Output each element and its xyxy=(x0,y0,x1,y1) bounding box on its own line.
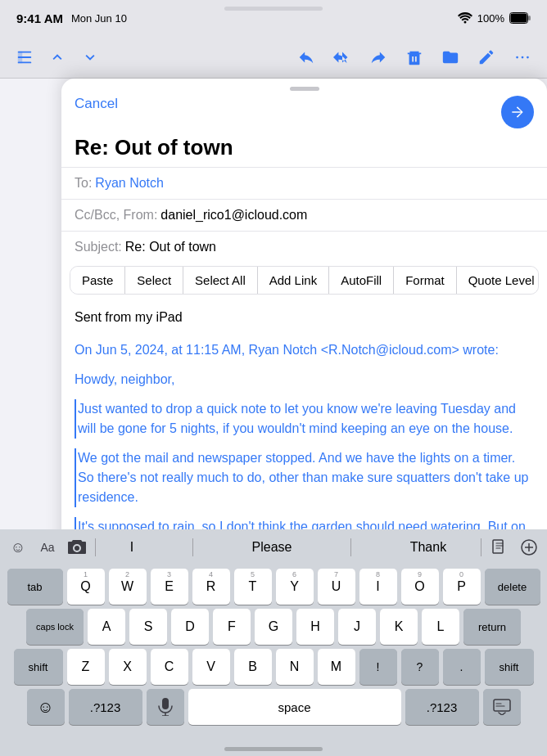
svg-rect-2 xyxy=(528,16,531,20)
main-toolbar xyxy=(0,36,547,79)
key-question[interactable]: ? xyxy=(401,649,439,685)
camera-icon[interactable] xyxy=(66,536,88,559)
key-o[interactable]: 9O xyxy=(401,569,439,605)
compose-button[interactable] xyxy=(472,43,501,72)
svg-point-7 xyxy=(516,56,518,58)
status-right: 100% xyxy=(458,12,531,25)
forward-button[interactable] xyxy=(364,43,393,72)
home-indicator-bar xyxy=(0,731,547,756)
svg-point-9 xyxy=(527,56,529,58)
wifi-icon xyxy=(458,12,472,24)
sym-key-left[interactable]: .?123 xyxy=(69,689,142,725)
svg-rect-10 xyxy=(493,540,503,553)
cancel-button[interactable]: Cancel xyxy=(75,96,118,112)
quoted-header: On Jun 5, 2024, at 11:15 AM, Ryan Notch … xyxy=(75,340,534,360)
key-l[interactable]: L xyxy=(422,609,459,645)
shift-left-key[interactable]: shift xyxy=(14,649,63,685)
keyboard-row-4: ☺ .?123 space .?123 xyxy=(3,689,544,725)
tab-key[interactable]: tab xyxy=(7,569,63,605)
return-key[interactable]: return xyxy=(463,609,521,645)
predictive-word-3[interactable]: Thank xyxy=(400,537,456,558)
subject-value[interactable]: Re: Out of town xyxy=(125,240,216,254)
emoji-keyboard-icon[interactable]: ☺ xyxy=(7,536,29,559)
key-period[interactable]: . xyxy=(443,649,481,685)
reply-button[interactable] xyxy=(292,43,321,72)
paste-button[interactable]: Paste xyxy=(70,267,125,294)
sidebar-toggle-button[interactable] xyxy=(10,43,39,72)
key-g[interactable]: G xyxy=(255,609,292,645)
key-v[interactable]: V xyxy=(192,649,230,685)
key-z[interactable]: Z xyxy=(67,649,105,685)
subject-label: Subject: xyxy=(75,240,122,254)
previous-button[interactable] xyxy=(43,43,72,72)
key-t[interactable]: 5T xyxy=(234,569,272,605)
key-s[interactable]: S xyxy=(129,609,167,645)
keyboard-dismiss-key[interactable] xyxy=(483,689,521,725)
shift-right-key[interactable]: shift xyxy=(485,649,534,685)
key-a[interactable]: A xyxy=(88,609,125,645)
format-button[interactable]: Format xyxy=(394,267,457,294)
select-all-button[interactable]: Select All xyxy=(183,267,258,294)
key-exclaim[interactable]: ! xyxy=(359,649,397,685)
sym-key-right[interactable]: .?123 xyxy=(405,689,479,725)
delete-key[interactable]: delete xyxy=(485,569,540,605)
next-button[interactable] xyxy=(75,43,105,72)
emoji-key[interactable]: ☺ xyxy=(27,689,65,725)
key-q[interactable]: 1Q xyxy=(67,569,105,605)
space-key[interactable]: space xyxy=(188,689,401,725)
more-button[interactable] xyxy=(508,43,537,72)
svg-rect-1 xyxy=(511,14,527,23)
key-c[interactable]: C xyxy=(151,649,188,685)
quoted-text: On Jun 5, 2024, at 11:15 AM, Ryan Notch … xyxy=(75,340,534,556)
key-x[interactable]: X xyxy=(109,649,147,685)
key-u[interactable]: 7U xyxy=(318,569,355,605)
key-r[interactable]: 4R xyxy=(192,569,230,605)
aa-icon[interactable]: Aa xyxy=(36,536,59,559)
send-button[interactable] xyxy=(501,96,534,128)
cc-value[interactable]: daniel_rico1@icloud.com xyxy=(160,208,307,223)
reply-all-button[interactable] xyxy=(328,43,357,72)
caps-mode-icon[interactable] xyxy=(518,536,540,559)
key-p[interactable]: 0P xyxy=(443,569,481,605)
battery-text: 100% xyxy=(477,12,504,25)
key-y[interactable]: 6Y xyxy=(276,569,314,605)
key-h[interactable]: H xyxy=(296,609,334,645)
status-time: 9:41 AM xyxy=(16,11,63,25)
predictive-word-2[interactable]: Please xyxy=(242,537,302,558)
subject-field-row: Subject: Re: Out of town xyxy=(61,231,547,263)
add-link-button[interactable]: Add Link xyxy=(258,267,329,294)
sent-from-text: Sent from my iPad xyxy=(75,308,534,327)
key-b[interactable]: B xyxy=(234,649,272,685)
quoted-paragraph1: Howdy, neighbor, xyxy=(75,370,534,389)
predictive-word-1[interactable]: I xyxy=(120,537,143,558)
predictive-left-icons: ☺ Aa xyxy=(7,536,88,559)
key-k[interactable]: K xyxy=(380,609,418,645)
key-w[interactable]: 2W xyxy=(109,569,147,605)
doc-scan-icon[interactable] xyxy=(488,536,511,559)
folder-button[interactable] xyxy=(436,43,465,72)
toolbar-left xyxy=(10,43,292,72)
to-field-row: To: Ryan Notch xyxy=(61,167,547,199)
quote-level-button[interactable]: Quote Level xyxy=(457,267,539,294)
keyboard-row-2: caps lock A S D F G H J K L return xyxy=(3,609,544,645)
keyboard-rows: tab 1Q 2W 3E 4R 5T 6Y 7U 8I 9O 0P delete… xyxy=(0,565,547,731)
key-d[interactable]: D xyxy=(171,609,209,645)
svg-point-8 xyxy=(522,56,524,58)
autofill-button[interactable]: AutoFill xyxy=(329,267,394,294)
key-n[interactable]: N xyxy=(276,649,314,685)
toolbar-right xyxy=(292,43,537,72)
key-i[interactable]: 8I xyxy=(359,569,397,605)
key-f[interactable]: F xyxy=(213,609,251,645)
to-value[interactable]: Ryan Notch xyxy=(95,176,164,191)
cc-field-row: Cc/Bcc, From: daniel_rico1@icloud.com xyxy=(61,199,547,231)
key-j[interactable]: J xyxy=(338,609,376,645)
key-e[interactable]: 3E xyxy=(151,569,188,605)
predictive-words: I Please Thank xyxy=(96,537,481,558)
key-m[interactable]: M xyxy=(318,649,355,685)
microphone-key[interactable] xyxy=(147,689,184,725)
trash-button[interactable] xyxy=(400,43,429,72)
select-button[interactable]: Select xyxy=(125,267,183,294)
status-date: Mon Jun 10 xyxy=(71,12,127,25)
caps-lock-key[interactable]: caps lock xyxy=(26,609,84,645)
battery-icon xyxy=(509,12,531,24)
